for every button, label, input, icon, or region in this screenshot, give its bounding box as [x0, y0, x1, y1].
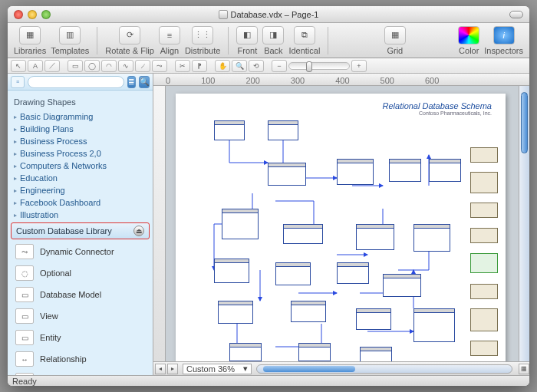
- library-toggle-icon[interactable]: ≡: [11, 76, 25, 88]
- grid-button[interactable]: ▦Grid: [384, 26, 406, 55]
- shape-item[interactable]: TTracking Text: [8, 370, 153, 375]
- shape-label: View: [40, 311, 58, 321]
- zoom-slider[interactable]: [288, 62, 350, 70]
- shape-label: Entity: [40, 333, 61, 342]
- shape-label: Database Model: [40, 290, 101, 299]
- ellipse-tool-icon[interactable]: ◯: [84, 60, 100, 72]
- shape-icon: ⤳: [15, 244, 34, 259]
- shape-label: Relationship: [40, 354, 87, 364]
- connector-tool-icon[interactable]: ⤳: [152, 60, 167, 72]
- shape-item[interactable]: ⤳Dynamic Connector: [8, 241, 153, 262]
- color-button[interactable]: Color: [458, 26, 479, 55]
- libraries-button[interactable]: ▦Libraries: [14, 26, 46, 55]
- status-footer: Ready: [8, 375, 529, 386]
- shape-item[interactable]: ▭Entity: [8, 327, 153, 348]
- toolbar-toggle-icon[interactable]: [509, 11, 523, 18]
- eyedropper-tool-icon[interactable]: ⁋: [192, 60, 207, 72]
- pointer-tool-icon[interactable]: ↖: [11, 60, 26, 72]
- window-title: Database.vdx – Page-1: [8, 9, 529, 20]
- inspectors-button[interactable]: iInspectors: [484, 26, 523, 55]
- document-icon: [219, 10, 228, 19]
- shape-label: Optional: [40, 268, 71, 278]
- identical-button[interactable]: ⧉Identical: [288, 26, 320, 55]
- zoom-out-icon[interactable]: −: [272, 60, 287, 72]
- vertical-scrollbar[interactable]: [519, 86, 529, 361]
- sidebar-category[interactable]: Business Process: [8, 135, 153, 147]
- sidebar-category[interactable]: Computers & Networks: [8, 160, 153, 172]
- arc-tool-icon[interactable]: ◠: [101, 60, 117, 72]
- back-button[interactable]: ◨Back: [262, 26, 284, 55]
- sidebar-category[interactable]: Illustration: [8, 209, 153, 221]
- next-page-icon[interactable]: ▸: [167, 364, 178, 374]
- templates-button[interactable]: ▥Templates: [51, 26, 89, 55]
- shape-icon: ↔: [15, 351, 34, 367]
- zoom-select[interactable]: Custom 36%▾: [183, 364, 252, 374]
- zoom-in-icon[interactable]: +: [351, 60, 367, 72]
- canvas-area: 0100200300400500600 Relational Database …: [153, 74, 529, 375]
- canvas-statusbar: ◂ ▸ Custom 36%▾ ▦: [153, 361, 529, 375]
- curve-tool-icon[interactable]: ∿: [118, 60, 133, 72]
- search-input[interactable]: [28, 76, 124, 88]
- horizontal-scrollbar[interactable]: [256, 364, 512, 374]
- front-button[interactable]: ◧Front: [236, 26, 258, 55]
- shape-icon: ▭: [15, 308, 34, 324]
- sidebar-category[interactable]: Facebook Dashboard: [8, 196, 153, 209]
- er-diagram: [183, 117, 498, 361]
- shape-item[interactable]: ▭Database Model: [8, 284, 153, 305]
- align-button[interactable]: ≡Align: [159, 26, 180, 55]
- shape-item[interactable]: ↔Relationship: [8, 348, 153, 370]
- chevron-down-icon: ▾: [243, 364, 248, 374]
- list-view-icon[interactable]: ≣: [127, 76, 136, 88]
- sidebar-heading: Drawing Shapes: [8, 95, 153, 110]
- sidebar-list: Drawing Shapes Basic DiagrammingBuilding…: [8, 91, 153, 375]
- titlebar[interactable]: Database.vdx – Page-1: [8, 6, 529, 23]
- sidebar-category[interactable]: Business Process 2,0: [8, 147, 153, 160]
- sidebar-category[interactable]: Engineering: [8, 184, 153, 196]
- content-area: ≡ ≣ 🔍 Drawing Shapes Basic DiagrammingBu…: [8, 74, 529, 375]
- ruler-horizontal: 0100200300400500600: [153, 74, 529, 86]
- page-grid-icon[interactable]: ▦: [519, 364, 529, 374]
- sidebar-category[interactable]: Building Plans: [8, 123, 153, 135]
- distribute-button[interactable]: ⋮⋮Distribute: [185, 26, 220, 55]
- hand-tool-icon[interactable]: ✋: [215, 60, 230, 72]
- search-icon[interactable]: 🔍: [139, 76, 150, 88]
- zoom-tool-icon[interactable]: 🔍: [232, 60, 247, 72]
- shape-item[interactable]: ◌Optional: [8, 262, 153, 284]
- canvas[interactable]: Relational Database Schema Contoso Pharm…: [166, 86, 519, 361]
- rect-tool-icon[interactable]: ▭: [68, 60, 83, 72]
- tool-strip: ↖ A ／ ▭ ◯ ◠ ∿ ⟋ ⤳ ✂ ⁋ ✋ 🔍 ⟲ − +: [8, 58, 529, 74]
- sidebar-category[interactable]: Education: [8, 172, 153, 184]
- diagram-title-block: Relational Database Schema Contoso Pharm…: [383, 101, 492, 116]
- shape-icon: ▭: [15, 287, 34, 302]
- rotate-flip-button[interactable]: ⟳Rotate & Flip: [105, 26, 154, 55]
- rotate-tool-icon[interactable]: ⟲: [249, 60, 264, 72]
- text-tool-icon[interactable]: A: [28, 60, 43, 72]
- main-toolbar: ▦Libraries ▥Templates ⟳Rotate & Flip ≡Al…: [8, 23, 529, 58]
- shape-item[interactable]: ▭View: [8, 305, 153, 327]
- shape-label: Dynamic Connector: [40, 247, 114, 256]
- sidebar-category[interactable]: Basic Diagramming: [8, 110, 153, 123]
- polyline-tool-icon[interactable]: ⟋: [135, 60, 150, 72]
- prev-page-icon[interactable]: ◂: [155, 364, 166, 374]
- line-tool-icon[interactable]: ／: [44, 60, 60, 72]
- page[interactable]: Relational Database Schema Contoso Pharm…: [176, 94, 506, 361]
- sidebar-toolbar: ≡ ≣ 🔍: [8, 74, 153, 91]
- crop-tool-icon[interactable]: ✂: [175, 60, 190, 72]
- eject-icon[interactable]: ⏏: [133, 226, 144, 236]
- app-window: Database.vdx – Page-1 ▦Libraries ▥Templa…: [8, 6, 529, 386]
- sidebar: ≡ ≣ 🔍 Drawing Shapes Basic DiagrammingBu…: [8, 74, 153, 375]
- shape-icon: ◌: [15, 265, 34, 281]
- sidebar-item-custom-database-library[interactable]: Custom Database Library ⏏: [11, 222, 150, 239]
- shape-icon: ▭: [15, 330, 34, 345]
- ruler-vertical: [153, 86, 166, 361]
